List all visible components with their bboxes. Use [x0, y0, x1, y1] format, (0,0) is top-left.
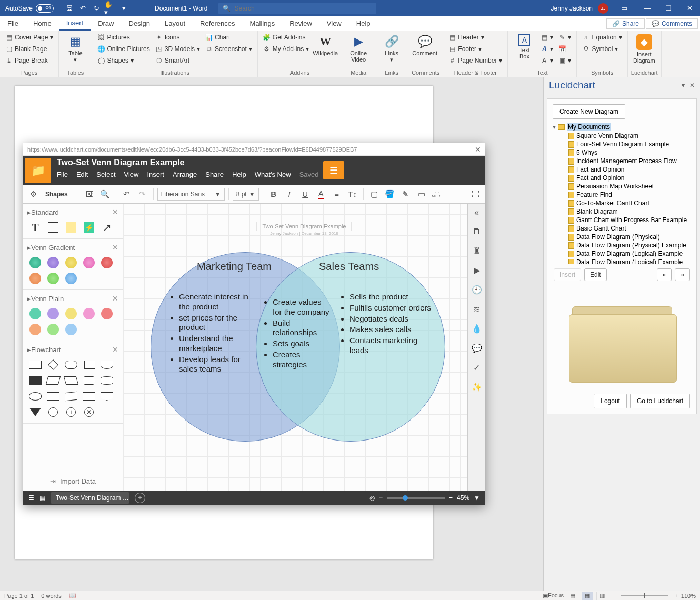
- tree-item[interactable]: Fact and Opinion: [553, 165, 691, 174]
- insert-diagram-button[interactable]: ◆Insert Diagram: [631, 32, 657, 64]
- signature-button[interactable]: ✎▾: [556, 32, 573, 43]
- venn-right-list[interactable]: Sells the productFulfills customer order…: [341, 292, 436, 357]
- tree-item[interactable]: Blank Diagram: [553, 207, 691, 216]
- venn-orange[interactable]: [27, 272, 43, 285]
- line-icon[interactable]: ✎: [399, 187, 413, 201]
- fc-terminator[interactable]: [63, 358, 79, 372]
- fc-sum[interactable]: ✕: [81, 405, 97, 419]
- close-group-icon[interactable]: ✕: [112, 208, 118, 216]
- close-group-icon[interactable]: ✕: [112, 345, 118, 354]
- goto-lucidchart-button[interactable]: Go to Lucidchart: [630, 394, 690, 408]
- fc-document[interactable]: [99, 358, 115, 372]
- text-size-icon[interactable]: T↕: [346, 187, 359, 201]
- icons-button[interactable]: ✦Icons: [153, 32, 202, 43]
- tab-insert[interactable]: Insert: [59, 16, 91, 31]
- border-icon[interactable]: ▭: [415, 187, 428, 201]
- fullscreen-icon[interactable]: ⛶: [468, 187, 482, 201]
- panel-menu-icon[interactable]: ▼: [680, 82, 686, 89]
- zoom-dropdown-icon[interactable]: ▼: [474, 494, 480, 502]
- align-icon[interactable]: ≡: [330, 187, 344, 201]
- object-button[interactable]: ▣▾: [556, 55, 573, 66]
- tree-item[interactable]: Data Flow Diagram (Logical) Example: [553, 258, 691, 264]
- menu-file[interactable]: File: [57, 171, 68, 178]
- textbox-button[interactable]: AText Box: [511, 32, 537, 59]
- online-video-button[interactable]: ▶Online Video: [345, 32, 372, 63]
- menu-what-s-new[interactable]: What's New: [255, 171, 291, 178]
- present-icon[interactable]: ▶: [474, 265, 480, 275]
- venn-yellow[interactable]: [63, 256, 79, 269]
- italic-icon[interactable]: I: [283, 187, 296, 201]
- tree-item[interactable]: Data Flow Diagram (Physical): [553, 233, 691, 241]
- close-group-icon[interactable]: ✕: [112, 243, 118, 252]
- wordart-button[interactable]: A▾: [538, 44, 555, 54]
- fc-connector[interactable]: [45, 405, 61, 419]
- page-icon[interactable]: 🗎: [473, 227, 481, 236]
- collapse-icon[interactable]: «: [474, 208, 479, 217]
- pictures-button[interactable]: 🖼Pictures: [95, 32, 152, 43]
- canvas-subtitle[interactable]: Jenny Jackson | December 18, 2019: [270, 231, 338, 236]
- venn-teal[interactable]: [27, 256, 43, 269]
- hamburger-icon[interactable]: ☰: [323, 161, 344, 179]
- venn-plain-pink[interactable]: [81, 307, 97, 321]
- tree-item[interactable]: Data Flow Diagram (Logical) Example: [553, 249, 691, 258]
- venn-plain-blue[interactable]: [63, 323, 79, 336]
- zoom-slider[interactable]: [387, 497, 445, 499]
- zoom-out-icon[interactable]: −: [611, 593, 614, 599]
- venn-plain-teal[interactable]: [27, 307, 43, 321]
- proofing-icon[interactable]: 📖: [69, 592, 76, 599]
- font-size-select[interactable]: 8 pt▼: [233, 188, 259, 201]
- search-icon[interactable]: 🔍: [98, 187, 112, 201]
- 3d-models-button[interactable]: ◳3D Models ▾: [153, 44, 202, 54]
- menu-select[interactable]: Select: [96, 171, 115, 178]
- get-addins-button[interactable]: 🧩Get Add-ins: [261, 32, 311, 43]
- comments-button[interactable]: 💬 Comments: [646, 18, 698, 29]
- wikipedia-button[interactable]: WWikipedia: [312, 32, 338, 56]
- smartart-button[interactable]: ⬡SmartArt: [153, 55, 202, 66]
- fc-prep[interactable]: [81, 374, 97, 387]
- bold-icon[interactable]: B: [267, 187, 281, 201]
- print-layout-icon[interactable]: ▦: [582, 592, 593, 600]
- page-tab[interactable]: Two-Set Venn Diagram …▼: [51, 492, 129, 504]
- tree-item[interactable]: Square Venn Diagram: [553, 132, 691, 140]
- text-shape[interactable]: T: [27, 221, 43, 234]
- redo-icon[interactable]: ↻: [91, 3, 102, 14]
- venn-plain-purple[interactable]: [45, 307, 61, 321]
- maximize-icon[interactable]: ☐: [658, 0, 679, 16]
- page-break-button[interactable]: ⤓Page Break: [3, 55, 55, 66]
- redo-icon[interactable]: ↷: [136, 187, 149, 201]
- tree-item[interactable]: Four-Set Venn Diagram Example: [553, 140, 691, 148]
- menu-view[interactable]: View: [124, 171, 139, 178]
- venn-blue[interactable]: [63, 272, 79, 285]
- create-new-diagram-button[interactable]: Create New Diagram: [553, 104, 625, 119]
- add-page-icon[interactable]: +: [135, 493, 145, 503]
- arrow-shape[interactable]: ↗: [99, 221, 115, 234]
- zoom-in-icon[interactable]: +: [449, 494, 453, 502]
- read-mode-icon[interactable]: ▤: [567, 592, 578, 600]
- venn-plain-orange[interactable]: [27, 323, 43, 336]
- grid-view-icon[interactable]: ▦: [39, 494, 45, 502]
- tree-item[interactable]: Fact and Opinion: [553, 174, 691, 182]
- fc-predef[interactable]: [81, 358, 97, 372]
- fc-merge[interactable]: [27, 405, 43, 419]
- shapes-toggle-icon[interactable]: ⚙: [26, 187, 40, 201]
- menu-edit[interactable]: Edit: [76, 171, 88, 178]
- page-number-button[interactable]: #Page Number▾: [446, 55, 504, 66]
- blank-page-button[interactable]: ▢Blank Page: [3, 44, 55, 54]
- header-button[interactable]: ▤Header▾: [446, 32, 504, 43]
- quick-parts-button[interactable]: ▤▾: [538, 32, 555, 43]
- zoom-out-icon[interactable]: −: [379, 494, 383, 502]
- editor-canvas[interactable]: Two-Set Venn Diagram Example Jenny Jacks…: [123, 204, 485, 491]
- venn-left-title[interactable]: Marketing Team: [197, 261, 272, 273]
- venn-plain-yellow[interactable]: [63, 307, 79, 321]
- zoom-level[interactable]: 110%: [681, 593, 696, 599]
- comment-button[interactable]: 💬Comment: [412, 32, 438, 56]
- tree-item[interactable]: 5 Whys: [553, 148, 691, 157]
- feedback-icon[interactable]: ✓: [473, 363, 480, 373]
- touch-mode-icon[interactable]: ✋▾: [104, 3, 116, 14]
- equation-button[interactable]: πEquation▾: [580, 32, 624, 43]
- screenshot-button[interactable]: ⧉Screenshot▾: [203, 44, 254, 54]
- zoom-fit-icon[interactable]: ◎: [369, 494, 375, 502]
- logout-button[interactable]: Logout: [594, 394, 627, 408]
- tree-item[interactable]: Incident Management Process Flow: [553, 157, 691, 165]
- menu-share[interactable]: Share: [205, 171, 224, 178]
